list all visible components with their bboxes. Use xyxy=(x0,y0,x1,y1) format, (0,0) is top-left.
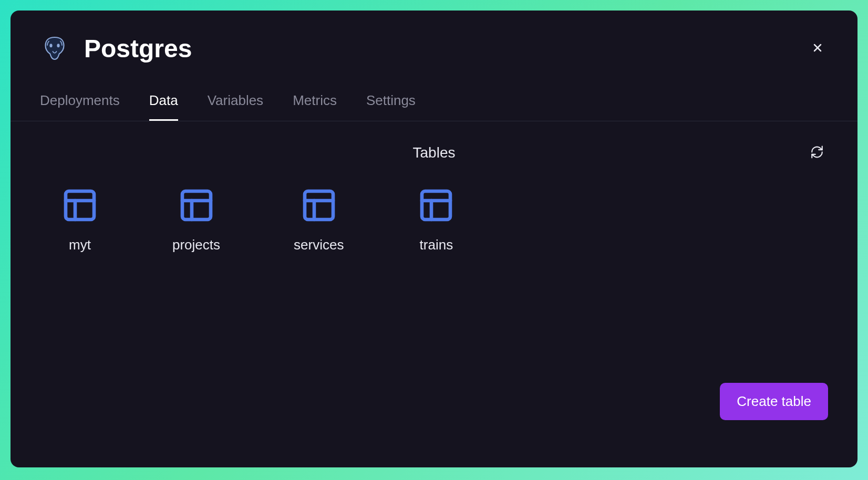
table-name: myt xyxy=(69,237,91,253)
table-item-services[interactable]: services xyxy=(294,186,344,253)
refresh-icon xyxy=(810,153,824,161)
header-left: Postgres xyxy=(40,34,192,63)
page-title: Postgres xyxy=(84,34,192,63)
postgres-elephant-icon xyxy=(40,34,69,63)
table-item-myt[interactable]: myt xyxy=(61,186,99,253)
content-area: Tables xyxy=(11,121,857,276)
section-title: Tables xyxy=(413,144,456,161)
refresh-button[interactable] xyxy=(806,141,828,165)
svg-point-1 xyxy=(57,44,59,47)
table-name: services xyxy=(294,237,344,253)
tab-deployments[interactable]: Deployments xyxy=(40,92,120,121)
svg-rect-13 xyxy=(422,191,450,220)
table-item-trains[interactable]: trains xyxy=(417,186,455,253)
tables-grid: myt projects xyxy=(40,186,828,253)
close-button[interactable] xyxy=(807,37,828,60)
svg-rect-10 xyxy=(305,191,333,220)
close-icon xyxy=(811,41,824,56)
modal-header: Postgres xyxy=(11,11,857,63)
svg-rect-7 xyxy=(182,191,211,220)
table-icon xyxy=(417,186,455,224)
tab-metrics[interactable]: Metrics xyxy=(293,92,337,121)
table-item-projects[interactable]: projects xyxy=(172,186,220,253)
section-header: Tables xyxy=(40,144,828,161)
svg-rect-4 xyxy=(66,191,94,220)
tab-variables[interactable]: Variables xyxy=(208,92,263,121)
table-icon xyxy=(61,186,99,224)
tab-settings[interactable]: Settings xyxy=(366,92,416,121)
create-table-button[interactable]: Create table xyxy=(720,383,828,420)
svg-point-0 xyxy=(49,44,52,47)
tab-data[interactable]: Data xyxy=(149,92,178,121)
table-name: trains xyxy=(420,237,453,253)
tabs-nav: Deployments Data Variables Metrics Setti… xyxy=(11,92,857,121)
table-name: projects xyxy=(172,237,220,253)
table-icon xyxy=(178,186,215,224)
postgres-modal: Postgres Deployments Data Variables Metr… xyxy=(11,11,857,467)
table-icon xyxy=(300,186,338,224)
